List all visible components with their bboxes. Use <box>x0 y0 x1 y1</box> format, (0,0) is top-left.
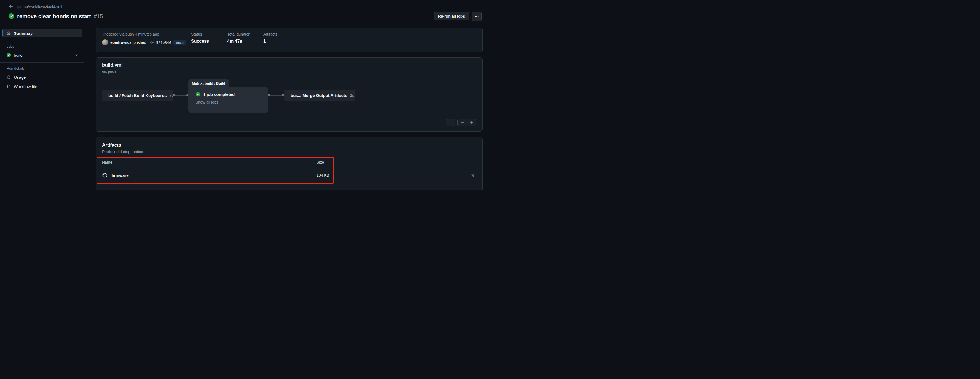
delete-artifact-button[interactable] <box>469 172 476 179</box>
job-success-check-icon <box>196 92 200 97</box>
connector-dot <box>268 94 270 97</box>
graph-connector <box>269 95 283 95</box>
table-header-row: Name Size <box>102 157 476 167</box>
kebab-icon <box>474 14 479 19</box>
rerun-all-jobs-button[interactable]: Re-run all jobs <box>434 12 469 21</box>
sidebar-run-details-section: Run details Usage Workflow file <box>0 62 84 94</box>
workflow-file-icon <box>6 84 11 89</box>
workflow-trigger: on: push <box>102 70 476 73</box>
column-header-size: Size <box>317 160 350 165</box>
duration-label: Total duration <box>227 32 263 36</box>
matrix-summary: 1 job completed <box>203 92 235 97</box>
job-node-label: build / Fetch Build Keyboards <box>108 93 167 98</box>
artifacts-card: Artifacts Produced during runtime Name S… <box>96 137 482 189</box>
jobs-section-label: Jobs <box>2 41 82 50</box>
page-title: remove clear bonds on start <box>17 13 91 19</box>
sidebar-item-label: Workflow file <box>14 84 37 89</box>
back-button[interactable] <box>8 4 14 10</box>
fullscreen-button[interactable] <box>446 119 455 127</box>
artifact-name-cell: firmware <box>102 173 317 178</box>
artifacts-count-value: 1 <box>263 39 299 44</box>
column-header-name: Name <box>102 160 317 165</box>
git-commit-icon <box>150 40 154 44</box>
run-header: .github/workflows/build.yml remove clear… <box>0 0 490 24</box>
artifact-name-link[interactable]: firmware <box>111 173 129 178</box>
job-node-duration: 2s <box>350 94 354 97</box>
sidebar-item-label: build <box>14 53 22 57</box>
show-all-jobs-link[interactable]: Show all jobs <box>196 100 218 105</box>
row-actions <box>469 172 476 179</box>
status-label: Status <box>191 32 227 36</box>
header-actions: Re-run all jobs <box>434 11 482 21</box>
home-icon <box>6 31 11 35</box>
table-row: firmware 134 KB <box>102 167 476 183</box>
main-content: Triggered via push 4 minutes ago epietro… <box>84 24 490 189</box>
job-node-duration: 7s <box>170 94 173 97</box>
run-number: #15 <box>94 13 103 19</box>
sidebar-item-workflow-file[interactable]: Workflow file <box>2 82 82 91</box>
matrix-group: Matrix: build / Build 1 job completed Sh… <box>188 79 268 113</box>
graph-zoom-controls <box>446 119 476 127</box>
matrix-body[interactable]: 1 job completed Show all jobs <box>188 87 268 113</box>
actor-action: pushed <box>134 40 146 44</box>
artifacts-table: Name Size firmware 134 KB <box>102 157 476 183</box>
avatar[interactable] <box>102 40 108 46</box>
zoom-out-button[interactable] <box>457 119 467 127</box>
sidebar-item-usage[interactable]: Usage <box>2 73 82 81</box>
commit-sha-link[interactable]: 521e846 <box>156 41 171 44</box>
package-icon-wrap <box>102 173 108 178</box>
artifacts-count-label: Artifacts <box>263 32 299 36</box>
arrow-left-icon <box>9 5 13 9</box>
expand-icon <box>449 121 452 125</box>
artifacts-title: Artifacts <box>102 143 476 148</box>
actor-name[interactable]: epietrowicz <box>110 40 131 44</box>
sidebar-item-summary[interactable]: Summary <box>2 29 82 38</box>
job-node-fetch-build-keyboards[interactable]: build / Fetch Build Keyboards 7s <box>102 89 173 101</box>
sidebar: Summary Jobs build Run details Usage Wor… <box>0 24 84 189</box>
duration-column: Total duration 4m 47s <box>227 32 263 48</box>
zoom-button-pair <box>457 119 476 127</box>
run-info-card: Triggered via push 4 minutes ago epietro… <box>96 27 482 52</box>
connector-dot <box>173 94 175 97</box>
trigger-block: Triggered via push 4 minutes ago epietro… <box>102 32 191 48</box>
sidebar-item-label: Usage <box>14 75 25 79</box>
status-column: Status Success <box>191 32 227 48</box>
run-success-check-icon <box>8 13 14 19</box>
sidebar-jobs-section: Jobs build <box>0 41 84 62</box>
workflow-graph-card: build.yml on: push build / Fetch Build K… <box>96 57 482 132</box>
actor-line: epietrowicz pushed 521e846 main <box>102 40 191 46</box>
title-row: remove clear bonds on start #15 Re-run a… <box>8 11 482 21</box>
run-details-section-label: Run details <box>2 63 82 72</box>
artifacts-subtitle: Produced during runtime <box>102 149 476 154</box>
workflow-file-title: build.yml <box>102 62 476 68</box>
stopwatch-icon <box>6 75 11 79</box>
zoom-out-icon <box>460 121 465 125</box>
branch-badge[interactable]: main <box>173 40 186 45</box>
graph-connector <box>174 95 188 95</box>
zoom-in-button[interactable] <box>467 119 476 127</box>
chevron-down-icon[interactable] <box>74 53 79 57</box>
sidebar-summary-section: Summary <box>0 27 84 41</box>
sidebar-item-label: Summary <box>14 31 33 35</box>
package-icon <box>102 173 108 178</box>
zoom-in-icon <box>469 121 474 125</box>
status-value: Success <box>191 39 227 44</box>
kebab-menu-button[interactable] <box>472 11 482 21</box>
job-success-check-icon <box>6 53 11 57</box>
job-node-merge-output-artifacts[interactable]: bui.../ Merge Output Artifacts 2s <box>284 89 355 101</box>
trigger-text: Triggered via push 4 minutes ago <box>102 32 191 36</box>
breadcrumb[interactable]: .github/workflows/build.yml <box>16 5 62 9</box>
matrix-tab-label: Matrix: build / Build <box>188 79 229 87</box>
artifacts-count-column: Artifacts 1 <box>263 32 299 48</box>
artifact-size: 134 KB <box>317 173 350 178</box>
breadcrumb-row: .github/workflows/build.yml <box>8 4 482 10</box>
job-node-label: bui.../ Merge Output Artifacts <box>291 93 347 98</box>
duration-value: 4m 47s <box>227 39 263 44</box>
sidebar-job-build[interactable]: build <box>2 51 82 60</box>
trash-icon <box>471 173 475 178</box>
